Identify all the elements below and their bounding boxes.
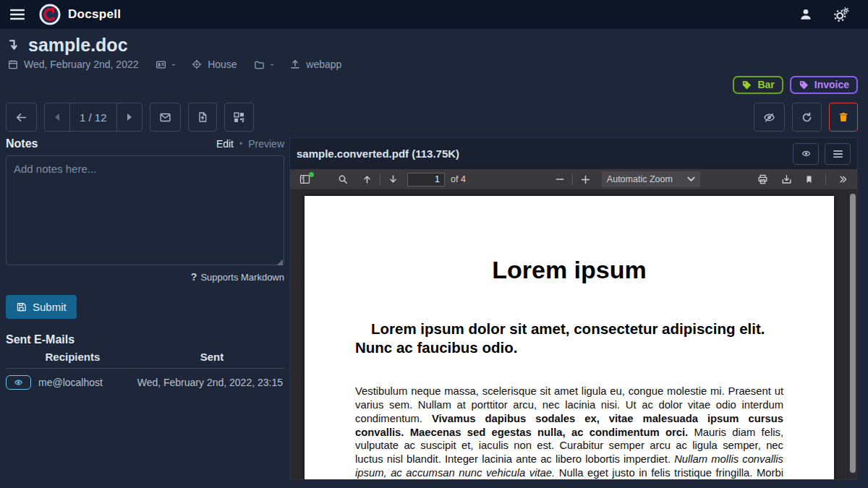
minus-icon xyxy=(555,174,565,184)
notes-preview-link[interactable]: Preview xyxy=(248,138,284,150)
zoom-in-button[interactable] xyxy=(576,169,595,189)
attachment-preview-button[interactable] xyxy=(793,143,819,165)
scrollbar-thumb[interactable] xyxy=(850,194,856,473)
bookmark-button[interactable] xyxy=(801,174,817,185)
correspondent-value: - xyxy=(172,59,176,70)
print-button[interactable] xyxy=(753,174,773,185)
sidebar-toggle-button[interactable] xyxy=(295,169,315,189)
main-content: Notes Edit • Preview ?Supports Markdown … xyxy=(0,137,868,480)
next-item-button[interactable] xyxy=(116,103,142,131)
viewer-scrollbar[interactable] xyxy=(848,190,857,479)
unconfirm-button[interactable] xyxy=(754,103,785,132)
notes-panel: Notes Edit • Preview ?Supports Markdown … xyxy=(6,137,284,480)
eye-icon xyxy=(13,378,24,387)
correspondent-icon xyxy=(155,59,167,70)
chevron-down-icon xyxy=(687,176,695,182)
item-pagination: 1 / 12 xyxy=(44,103,142,132)
folder-value: - xyxy=(271,59,274,70)
sent-emails-section: Sent E-Mails Recipients Sent me@localhos… xyxy=(6,333,284,390)
prev-item-button[interactable] xyxy=(45,103,69,131)
trash-icon xyxy=(838,111,849,124)
arrow-down-icon xyxy=(388,174,399,185)
more-tools-button[interactable] xyxy=(834,174,852,184)
tag-icon xyxy=(799,80,809,90)
add-files-button[interactable] xyxy=(188,103,217,132)
caret-left-icon xyxy=(54,113,60,121)
save-icon xyxy=(16,301,27,312)
zoom-select-value: Automatic Zoom xyxy=(607,174,673,184)
markdown-hint-label: Supports Markdown xyxy=(200,272,284,283)
menu-icon[interactable] xyxy=(10,9,25,20)
col-sent: Sent xyxy=(140,351,284,363)
brand-name: Docspell xyxy=(68,7,121,22)
arrow-up-icon xyxy=(362,174,373,185)
page-number-input[interactable] xyxy=(407,173,445,187)
submit-notes-button[interactable]: Submit xyxy=(6,295,77,319)
tag-invoice[interactable]: Invoice xyxy=(790,76,858,94)
mail-recipient: me@localhost xyxy=(38,377,103,388)
eye-slash-icon xyxy=(762,111,776,124)
reprocess-button[interactable] xyxy=(792,103,822,132)
user-icon[interactable] xyxy=(799,7,813,22)
search-icon xyxy=(337,174,349,185)
back-button[interactable] xyxy=(6,103,37,132)
print-icon xyxy=(757,174,769,185)
envelope-icon xyxy=(158,111,172,124)
show-qr-button[interactable] xyxy=(224,103,254,132)
notes-edit-link[interactable]: Edit xyxy=(216,138,234,150)
arrow-left-icon xyxy=(14,111,28,124)
list-menu-icon xyxy=(833,150,843,158)
item-title: sample.doc xyxy=(28,35,128,55)
calendar-icon xyxy=(7,59,19,70)
notes-textarea[interactable] xyxy=(6,155,284,265)
item-position-label: 1 / 12 xyxy=(69,103,116,131)
concerning-value: House xyxy=(208,59,237,70)
upload-source-icon xyxy=(289,59,301,70)
send-mail-button[interactable] xyxy=(150,103,181,132)
crosshair-icon xyxy=(191,59,203,70)
next-page-button[interactable] xyxy=(384,169,402,189)
find-button[interactable] xyxy=(333,169,352,189)
markdown-help-link[interactable]: ?Supports Markdown xyxy=(6,271,284,283)
pdf-document-heading: Lorem ipsum dolor sit amet, consectetur … xyxy=(355,320,783,357)
gear-icon[interactable] xyxy=(833,7,849,22)
zoom-select[interactable]: Automatic Zoom xyxy=(602,171,700,187)
dot-separator: • xyxy=(239,139,242,149)
caret-right-icon xyxy=(127,113,132,121)
arrow-turn-down-icon xyxy=(7,37,21,53)
resize-handle[interactable] xyxy=(276,259,283,265)
tag-icon xyxy=(741,80,752,90)
item-date: Wed, February 2nd, 2022 xyxy=(24,59,139,70)
app-home-link[interactable]: Docspell xyxy=(39,4,121,25)
file-upload-icon xyxy=(197,111,208,124)
delete-item-button[interactable] xyxy=(829,103,858,132)
attachment-panel: sample.converted.pdf (113.75K) xyxy=(289,137,858,480)
double-chevron-right-icon xyxy=(838,174,848,184)
bookmark-icon xyxy=(804,174,814,185)
item-toolbar: 1 / 12 xyxy=(0,94,868,132)
tag-label: Bar xyxy=(757,79,774,90)
col-recipients: Recipients xyxy=(6,351,140,363)
zoom-out-button[interactable] xyxy=(551,169,569,189)
folder-icon xyxy=(253,59,265,70)
mail-sent-date: Wed, February 2nd, 2022, 23:15 xyxy=(137,377,284,388)
pdf-toolbar: of 4 Automatic Zoom xyxy=(290,169,857,190)
pdf-viewer-area: Lorem ipsum Lorem ipsum dolor sit amet, … xyxy=(290,190,857,479)
refresh-icon xyxy=(801,111,813,124)
previous-page-button[interactable] xyxy=(358,169,376,189)
pdf-document-title: Lorem ipsum xyxy=(355,256,783,284)
item-header: sample.doc Wed, February 2nd, 2022 - Hou… xyxy=(0,29,868,70)
attachment-menu-button[interactable] xyxy=(825,143,851,165)
download-button[interactable] xyxy=(777,174,796,185)
attachment-filename: sample.converted.pdf (113.75K) xyxy=(297,147,459,160)
download-icon xyxy=(780,174,793,185)
page-count-label: of 4 xyxy=(451,174,466,184)
app-logo-icon xyxy=(39,4,61,25)
eye-icon xyxy=(801,149,812,158)
question-icon: ? xyxy=(191,271,197,283)
item-meta-row: Wed, February 2nd, 2022 - House - webapp xyxy=(7,59,858,70)
view-mail-button[interactable] xyxy=(6,375,31,390)
tag-bar[interactable]: Bar xyxy=(733,76,783,94)
attachment-header: sample.converted.pdf (113.75K) xyxy=(290,138,857,169)
top-navbar: Docspell xyxy=(0,0,868,29)
